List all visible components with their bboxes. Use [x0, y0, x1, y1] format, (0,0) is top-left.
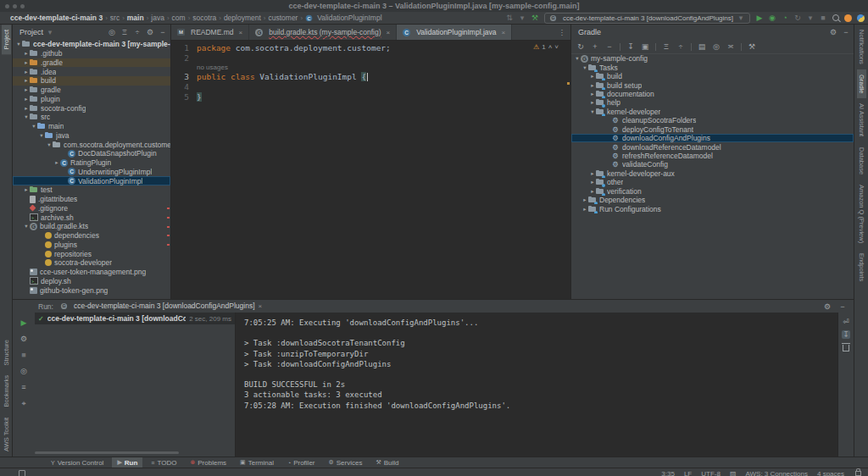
modify-run-configuration-icon[interactable]: ⚙ [19, 335, 28, 343]
stop-icon[interactable]: ■ [819, 14, 827, 22]
tree-item[interactable]: downloadReferenceDatamodel [571, 142, 854, 151]
tree-item[interactable]: .gitignore [13, 204, 170, 213]
close-tab-icon[interactable]: × [239, 29, 243, 36]
group-tasks-icon[interactable]: ▤ [698, 42, 706, 51]
tree-item[interactable]: refreshReferenceDatamodel [571, 152, 854, 160]
tree-item[interactable]: repositories [13, 249, 170, 258]
chevron-right-icon[interactable]: ▸ [589, 73, 596, 80]
dropdown-icon[interactable]: ▾ [518, 14, 526, 22]
tree-item[interactable]: ▸.gradle [13, 58, 170, 68]
chevron-down-icon[interactable]: ▾ [46, 141, 53, 148]
locate-icon[interactable]: ◎ [108, 28, 116, 36]
tree-item[interactable]: ▾Tasks [571, 63, 854, 71]
collapse-all-icon[interactable]: ÷ [133, 28, 142, 36]
run-task-node[interactable]: ✓ cce-dev-template-ci-main 3 [downloadCo… [35, 313, 235, 324]
chevron-right-icon[interactable]: ▸ [581, 196, 588, 203]
chevron-down-icon[interactable]: ▾ [46, 28, 54, 36]
toolwindow-button-version-control[interactable]: YVersion Control [46, 457, 108, 468]
tree-item[interactable]: ▸Dependencies [571, 196, 854, 204]
tree-item[interactable]: ▸.github [13, 49, 170, 58]
project-panel-title[interactable]: Project [19, 28, 43, 36]
vcs-widget-icon[interactable]: ⇅ [505, 14, 514, 22]
chevron-down-icon[interactable]: ▾ [15, 41, 22, 47]
clear-console-icon[interactable] [843, 345, 849, 351]
tree-item[interactable]: downloadConfigAndPlugins [571, 134, 854, 142]
toolwindow-tab-database[interactable]: Database [857, 142, 866, 180]
breadcrumb-item[interactable]: ValidationPluginImpl [317, 14, 381, 22]
breadcrumb-item[interactable]: main [127, 14, 144, 22]
next-problem-icon[interactable]: ˅ [554, 43, 559, 51]
collapse-all-icon[interactable]: ÷ [676, 42, 685, 51]
chevron-right-icon[interactable]: ▸ [23, 77, 30, 84]
breadcrumb-item[interactable]: deployment [224, 14, 261, 22]
tree-item[interactable]: ▸build setup [571, 80, 854, 89]
close-tab-icon[interactable]: × [502, 29, 506, 36]
toolwindow-button-run[interactable]: ▶Run [112, 457, 142, 468]
tree-item[interactable]: DocDataSnapshotPlugin [13, 149, 170, 158]
prev-problem-icon[interactable]: ˄ [548, 43, 553, 51]
gradle-sync-icon[interactable] [844, 14, 852, 22]
breadcrumb-item[interactable]: socotra [192, 14, 216, 22]
add-icon[interactable]: + [591, 42, 599, 51]
aws-connections[interactable]: AWS: 3 Connections [745, 470, 808, 476]
chevron-right-icon[interactable]: ▸ [23, 86, 30, 93]
chevron-right-icon[interactable]: ▸ [589, 82, 596, 89]
tree-item[interactable]: ValidationPluginImpl [13, 176, 170, 185]
chevron-right-icon[interactable]: ▸ [589, 188, 596, 195]
breadcrumb-item[interactable]: java [151, 14, 164, 22]
search-icon[interactable] [832, 14, 839, 21]
tree-item[interactable]: ▾src [13, 113, 170, 122]
write-lock-icon[interactable] [855, 471, 861, 476]
toolwindow-button-profiler[interactable]: ◔Profiler [282, 457, 320, 468]
chevron-right-icon[interactable]: ▸ [23, 69, 30, 75]
tree-item[interactable]: ▾kernel-developer [571, 108, 854, 116]
tree-item[interactable]: ▾main [13, 122, 170, 131]
chevron-down-icon[interactable]: ▾ [23, 223, 30, 230]
editor-tab-readme[interactable]: README.md × [171, 25, 249, 40]
tree-item[interactable]: validateConfig [571, 160, 854, 169]
refresh-icon[interactable]: ↻ [576, 42, 585, 51]
toolwindow-tab-endpoints[interactable]: Endpoints [857, 248, 866, 286]
close-tab-icon[interactable]: × [387, 29, 391, 36]
show-list-icon[interactable]: ≡ [19, 383, 28, 391]
chevron-down-icon[interactable]: ▾ [23, 113, 30, 120]
expand-all-icon[interactable]: Ξ [662, 42, 670, 51]
coverage-dropdown-icon[interactable]: ▾ [806, 14, 815, 22]
toolwindow-tab-project[interactable]: Project [2, 25, 11, 54]
editor-tab-validationpluginimpl[interactable]: ValidationPluginImpl.java × [397, 25, 512, 40]
chevron-right-icon[interactable]: ▸ [589, 99, 596, 106]
chevron-right-icon[interactable]: ▸ [23, 59, 30, 66]
code-editor[interactable]: 1 2 3 4 5 package com.socotra.deployment… [171, 41, 570, 299]
tree-item[interactable]: plugins [13, 241, 170, 250]
line-ending[interactable]: LF [684, 470, 692, 476]
breadcrumb-item[interactable]: com [172, 14, 186, 22]
toolwindow-switcher-icon[interactable] [19, 470, 25, 476]
hide-icon[interactable]: − [842, 28, 850, 36]
breadcrumb-item[interactable]: customer [269, 14, 298, 22]
tree-item[interactable]: ▸.idea [13, 67, 170, 76]
tree-item[interactable]: ▸build [571, 72, 854, 80]
tree-item[interactable]: ▾com.socotra.deployment.customer [13, 140, 170, 149]
tree-item[interactable]: dependencies [13, 231, 170, 241]
profile-icon[interactable]: ◔ [781, 14, 789, 22]
tree-item[interactable]: ▾cce-dev-template-ci-main 3 [my-sample-c… [13, 40, 170, 49]
scroll-to-end-icon[interactable]: ↧ [842, 330, 850, 339]
filter-icon[interactable]: ≍ [726, 42, 735, 51]
run-icon[interactable]: ▶ [755, 14, 764, 22]
toolwindow-tab-ai-assistant[interactable]: AI Assistant [857, 98, 866, 141]
stop-icon[interactable]: ■ [19, 351, 28, 359]
caret-position[interactable]: 3:35 [661, 470, 675, 476]
build-tool-settings-icon[interactable]: ⚒ [748, 42, 756, 51]
chevron-right-icon[interactable]: ▸ [589, 170, 596, 177]
plugin-icon[interactable] [857, 14, 865, 22]
settings-icon[interactable]: ⚙ [823, 302, 832, 311]
tree-item[interactable]: ▸documentation [571, 90, 854, 98]
pin-icon[interactable]: ⌖ [19, 399, 28, 407]
editor-tab-build-gradle[interactable]: build.gradle.kts (my-sample-config) × [249, 25, 397, 40]
toolwindow-button-terminal[interactable]: ▣Terminal [235, 457, 279, 468]
chevron-down-icon[interactable]: ▾ [581, 64, 588, 71]
breadcrumb-item[interactable]: cce-dev-template-ci-main 3 [10, 14, 103, 22]
chevron-down-icon[interactable]: ▾ [574, 55, 581, 62]
run-content-tab[interactable]: cce-dev-template-ci-main 3 [downloadConf… [58, 300, 264, 313]
tree-item[interactable]: ▸build [13, 76, 170, 86]
